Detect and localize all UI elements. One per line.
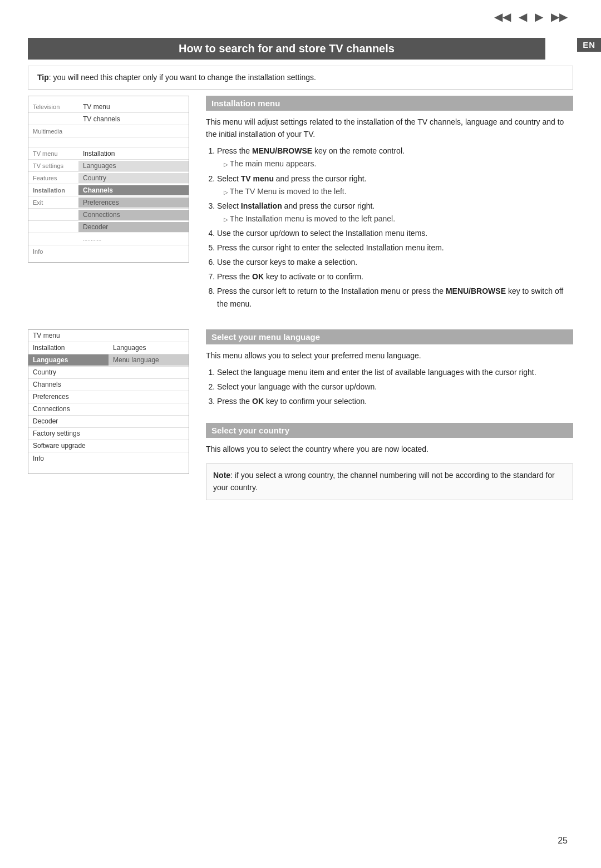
- step-7: Press the OK key to activate or to confi…: [217, 270, 573, 283]
- lang-diagram-cell: [109, 432, 189, 435]
- note-label: Note: [213, 471, 230, 480]
- lang-diagram-row: Info: [28, 452, 189, 465]
- tip-text: : you will need this chapter only if you…: [49, 73, 316, 82]
- tip-label: Tip: [37, 73, 49, 82]
- page-number: 25: [558, 836, 568, 846]
- lang-diagram-cell: Languages: [28, 354, 109, 366]
- installation-intro: This menu will adjust settings related t…: [206, 116, 573, 140]
- select-country-note: Note: if you select a wrong country, the…: [206, 463, 573, 500]
- forward-icon[interactable]: ▶: [535, 10, 543, 23]
- lang-diagram-cell: Country: [28, 367, 109, 378]
- diagram-cell: Decoder: [78, 222, 189, 232]
- lang-diagram-cell: Factory settings: [28, 428, 109, 439]
- diagram-cell: TV menu: [28, 149, 78, 158]
- select-language-instructions: This menu allows you to select your pref…: [206, 350, 573, 408]
- top-navigation: ◀◀ ◀ ▶ ▶▶: [494, 10, 568, 23]
- diagram-cell: Channels: [78, 185, 189, 195]
- diagram-cell: [28, 238, 78, 240]
- diagram-cell: Country: [78, 173, 189, 183]
- diagram-row: Decoder: [28, 221, 189, 233]
- lang-diagram-row: Factory settings: [28, 428, 189, 440]
- lang-diagram-cell: [109, 420, 189, 423]
- installation-diagram-col: Television TV menu TV channels Multimedi…: [28, 96, 189, 313]
- diagram-row: TV settings Languages: [28, 160, 189, 172]
- diagram-row: Connections: [28, 209, 189, 221]
- main-content: Television TV menu TV channels Multimedi…: [28, 96, 573, 521]
- language-diagram-col: TV menu Installation Languages Languages…: [28, 329, 189, 505]
- diagram-row: Features Country: [28, 172, 189, 184]
- page-title: How to search for and store TV channels: [28, 38, 545, 60]
- diagram-row: TV channels: [28, 113, 189, 125]
- step-3: Select Installation and press the cursor…: [217, 200, 573, 225]
- diagram-cell: Television: [28, 102, 78, 111]
- diagram-row: TV menu Installation: [28, 147, 189, 160]
- lang-diagram-cell: [109, 444, 189, 447]
- lang-diagram-row: Preferences: [28, 391, 189, 403]
- lang-diagram-row: TV menu: [28, 330, 189, 342]
- lang-diagram-cell: [109, 334, 189, 337]
- lang-diagram-cell: Connections: [28, 403, 109, 415]
- lang-diagram-cell: Installation: [28, 342, 109, 353]
- diagram-cell: Preferences: [78, 198, 189, 208]
- installation-menu-heading: Installation menu: [206, 96, 573, 111]
- diagram-row: Television TV menu: [28, 101, 189, 113]
- diagram-cell: Info: [28, 247, 78, 256]
- diagram-cell: [78, 130, 189, 132]
- diagram-cell: TV channels: [78, 114, 189, 124]
- step-6: Use the cursor keys to make a selection.: [217, 256, 573, 269]
- rewind-icon[interactable]: ◀◀: [494, 10, 511, 23]
- lang-diagram-cell: Languages: [109, 342, 189, 353]
- diagram-cell: Installation: [28, 186, 78, 195]
- diagram-cell: TV settings: [28, 161, 78, 170]
- lang-diagram-row: Connections: [28, 403, 189, 416]
- lang-diagram-cell: TV menu: [28, 330, 109, 341]
- lang-diagram-cell: [109, 457, 189, 460]
- diagram-cell: [28, 141, 78, 144]
- installation-section: Television TV menu TV channels Multimedi…: [28, 96, 573, 313]
- lang-diagram-row: Software upgrade: [28, 440, 189, 452]
- language-section: TV menu Installation Languages Languages…: [28, 329, 573, 505]
- lang-diagram-cell: [109, 407, 189, 411]
- lang-diagram-row: Country: [28, 367, 189, 379]
- select-country-instructions: This allows you to select the country wh…: [206, 443, 573, 500]
- diagram-cell: Connections: [78, 210, 189, 220]
- step-1: Press the MENU/BROWSE key on the remote …: [217, 145, 573, 170]
- diagram-cell: Exit: [28, 198, 78, 207]
- step-2: Select TV menu and press the cursor righ…: [217, 172, 573, 198]
- diagram-cell: [78, 250, 189, 253]
- select-country-heading: Select your country: [206, 423, 573, 438]
- diagram-cell: Features: [28, 174, 78, 183]
- select-language-heading: Select your menu language: [206, 329, 573, 344]
- diagram-cell: Languages: [78, 161, 189, 171]
- language-badge: EN: [577, 38, 601, 52]
- lang-diagram-cell: Menu language: [109, 354, 189, 366]
- installation-instructions-col: Installation menu This menu will adjust …: [206, 96, 573, 313]
- back-icon[interactable]: ◀: [519, 10, 527, 23]
- diagram-cell: ............: [78, 235, 189, 243]
- note-text: : if you select a wrong country, the cha…: [213, 471, 555, 492]
- diagram-cell: [78, 141, 189, 144]
- lang-step-1: Select the language menu item and enter …: [217, 366, 573, 379]
- diagram-row: Exit Preferences: [28, 196, 189, 209]
- lang-diagram-row: Decoder: [28, 416, 189, 428]
- lang-diagram-cell: Decoder: [28, 416, 109, 427]
- skip-icon[interactable]: ▶▶: [551, 10, 568, 23]
- lang-diagram-cell: [109, 371, 189, 374]
- lang-diagram-cell: Preferences: [28, 391, 109, 402]
- lang-diagram-row: Languages Menu language: [28, 354, 189, 367]
- lang-diagram-cell: [109, 395, 189, 398]
- tip-box: Tip: you will need this chapter only if …: [28, 66, 573, 90]
- diagram-row: Multimedia: [28, 125, 189, 137]
- step-5: Press the cursor right to enter the sele…: [217, 241, 573, 254]
- step-4: Use the cursor up/down to select the Ins…: [217, 227, 573, 240]
- diagram-cell: [28, 226, 78, 228]
- installation-instructions: This menu will adjust settings related t…: [206, 116, 573, 311]
- diagram-cell: [28, 118, 78, 120]
- language-instructions-col: Select your menu language This menu allo…: [206, 329, 573, 505]
- installation-steps: Press the MENU/BROWSE key on the remote …: [217, 145, 573, 310]
- diagram-cell: Multimedia: [28, 127, 78, 136]
- select-country-intro: This allows you to select the country wh…: [206, 443, 573, 456]
- diagram-row: [28, 137, 189, 147]
- select-language-intro: This menu allows you to select your pref…: [206, 350, 573, 362]
- lang-diagram-row: Installation Languages: [28, 342, 189, 354]
